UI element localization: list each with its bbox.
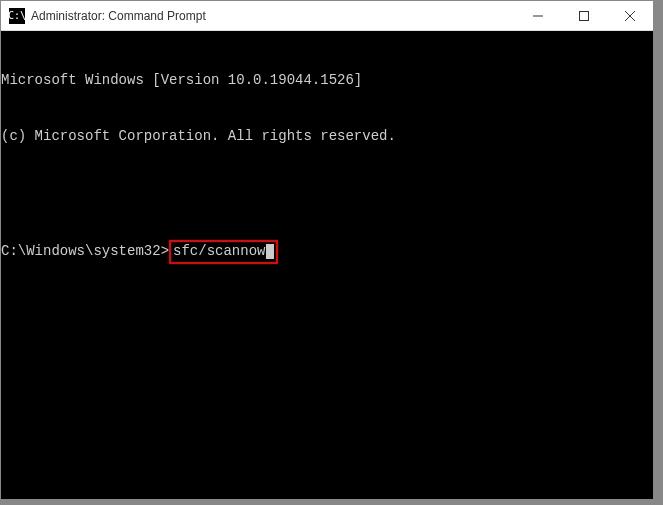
cmd-icon: C:\ xyxy=(9,8,25,24)
command-text: sfc/scannow xyxy=(173,243,265,259)
close-button[interactable] xyxy=(607,1,653,30)
text-cursor xyxy=(266,244,274,259)
svg-rect-1 xyxy=(580,11,589,20)
window-title: Administrator: Command Prompt xyxy=(31,9,515,23)
command-highlight: sfc/scannow xyxy=(169,240,278,264)
titlebar[interactable]: C:\ Administrator: Command Prompt xyxy=(1,1,653,31)
minimize-button[interactable] xyxy=(515,1,561,30)
command-prompt-window: C:\ Administrator: Command Prompt Micros… xyxy=(0,0,654,500)
close-icon xyxy=(625,11,635,21)
maximize-icon xyxy=(579,11,589,21)
blank-line xyxy=(1,184,653,202)
minimize-icon xyxy=(533,11,543,21)
prompt-path: C:\Windows\system32> xyxy=(1,242,169,261)
prompt-line: C:\Windows\system32>sfc/scannow xyxy=(1,240,653,264)
terminal-area[interactable]: Microsoft Windows [Version 10.0.19044.15… xyxy=(1,31,653,499)
version-line: Microsoft Windows [Version 10.0.19044.15… xyxy=(1,71,653,90)
window-controls xyxy=(515,1,653,30)
copyright-line: (c) Microsoft Corporation. All rights re… xyxy=(1,127,653,146)
maximize-button[interactable] xyxy=(561,1,607,30)
